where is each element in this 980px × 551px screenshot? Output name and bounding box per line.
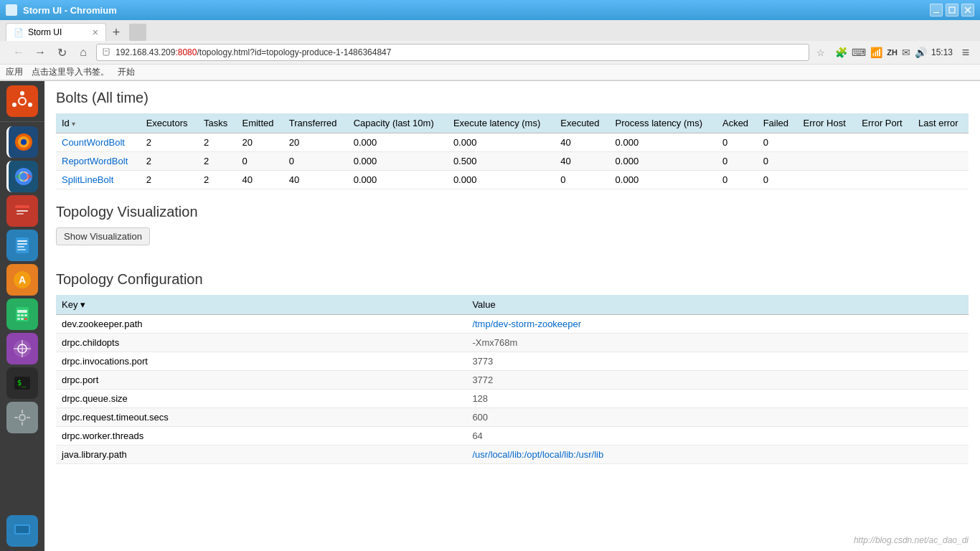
title-bar-text: Storm UI - Chromium: [23, 5, 117, 16]
active-tab[interactable]: 📄 Storm UI ×: [6, 23, 106, 41]
taskbar-network-icon[interactable]: [6, 333, 38, 364]
keyboard-icon[interactable]: ⌨: [852, 47, 866, 58]
taskbar-writer-icon[interactable]: [6, 230, 38, 261]
svg-rect-24: [17, 246, 24, 248]
list-item: drpc.request.timeout.secs 600: [56, 408, 969, 427]
taskbar-display-icon[interactable]: [6, 515, 38, 547]
show-visualization-btn[interactable]: Show Visualization: [56, 227, 150, 245]
svg-text:$_: $_: [17, 379, 27, 387]
bolts-col-id[interactable]: Id ▾: [56, 113, 141, 133]
bolts-col-failed: Failed: [758, 113, 798, 133]
bolt-id-cell: CountWordBolt: [56, 133, 141, 152]
bolt-tasks: 2: [198, 152, 237, 171]
config-sort-arrow: ▾: [80, 299, 85, 310]
content-area[interactable]: Bolts (All time) Id ▾ Executors Tasks Em…: [44, 81, 980, 551]
bolt-emitted: 40: [236, 171, 283, 189]
config-key: drpc.request.timeout.secs: [56, 408, 466, 427]
list-item: dev.zookeeper.path /tmp/dev-storm-zookee…: [56, 315, 969, 334]
new-tab-btn[interactable]: +: [108, 24, 125, 41]
svg-rect-23: [17, 243, 27, 245]
svg-rect-0: [933, 12, 939, 13]
bolt-id-link[interactable]: ReportWordBolt: [62, 156, 128, 166]
bolt-last-error: [913, 171, 969, 189]
close-btn[interactable]: [961, 4, 974, 17]
bolt-failed: 0: [758, 171, 798, 189]
bolt-failed: 0: [758, 133, 798, 152]
table-row: CountWordBolt 2 2 20 20 0.000 0.000 40 0…: [56, 133, 969, 152]
bolts-col-emitted: Emitted: [236, 113, 283, 133]
bolt-proc-latency: 0.000: [610, 152, 717, 171]
taskbar-ubuntu-icon[interactable]: [6, 85, 38, 117]
bolt-error-port: [856, 171, 913, 189]
maximize-btn[interactable]: [946, 4, 958, 17]
address-text: 192.168.43.209:8080/topology.html?id=top…: [116, 47, 391, 57]
svg-point-13: [21, 139, 27, 145]
bolt-tasks: 2: [198, 171, 237, 189]
taskbar-calc-icon[interactable]: [6, 298, 38, 330]
home-btn[interactable]: ⌂: [75, 44, 92, 61]
main-layout: A $: [0, 81, 980, 551]
svg-rect-50: [18, 537, 27, 538]
bolts-col-exec-latency: Execute latency (ms): [448, 113, 555, 133]
taskbar-firefox-icon[interactable]: [6, 126, 38, 158]
taskbar-appstore-icon[interactable]: A: [6, 264, 38, 296]
svg-point-8: [20, 91, 24, 95]
title-bar: Storm UI - Chromium: [0, 0, 980, 20]
extensions-icon[interactable]: 🧩: [835, 47, 847, 58]
back-btn[interactable]: ←: [10, 44, 27, 61]
config-col-key[interactable]: Key ▾: [56, 295, 466, 315]
list-item: drpc.worker.threads 64: [56, 427, 969, 446]
bolt-acked: 0: [717, 133, 758, 152]
svg-point-10: [12, 103, 17, 107]
taskbar-left: A $: [0, 81, 44, 551]
bolt-transferred: 0: [283, 152, 348, 171]
bolt-executed: 40: [555, 133, 609, 152]
zh-icon[interactable]: ZH: [887, 48, 897, 57]
config-value: 128: [466, 390, 969, 408]
taskbar-divider: [0, 121, 44, 122]
taskbar-terminal-icon[interactable]: $_: [6, 367, 38, 399]
config-table: Key ▾ Value dev.zookeeper.path /tmp/dev-…: [56, 295, 969, 464]
config-key: java.library.path: [56, 446, 466, 464]
watermark: http://blog.csdn.net/ac_dao_di: [854, 535, 969, 545]
forward-btn[interactable]: →: [32, 44, 49, 61]
config-value: /usr/local/lib:/opt/local/lib:/usr/lib: [466, 446, 969, 464]
config-col-value: Value: [466, 295, 969, 315]
bolt-id-link[interactable]: SplitLineBolt: [62, 174, 113, 185]
bolt-capacity: 0.000: [348, 171, 448, 189]
refresh-btn[interactable]: ↻: [53, 44, 70, 61]
config-value: 3772: [466, 371, 969, 390]
volume-icon[interactable]: 🔊: [915, 47, 927, 58]
config-value-link[interactable]: /usr/local/lib:/opt/local/lib:/usr/lib: [472, 449, 603, 460]
bookmark-import[interactable]: 点击这里导入书签。: [32, 66, 109, 78]
svg-rect-18: [15, 208, 29, 217]
tab-extra: [129, 24, 146, 41]
taskbar-files-icon[interactable]: [6, 195, 38, 227]
bolts-col-executed: Executed: [555, 113, 609, 133]
config-key: drpc.port: [56, 371, 466, 390]
app-icon: [6, 4, 17, 16]
bookmark-apps[interactable]: 应用: [6, 66, 23, 78]
window-controls[interactable]: [930, 4, 974, 17]
bookmark-start[interactable]: 开始: [118, 66, 135, 78]
bookmark-star-btn[interactable]: ☆: [814, 45, 828, 60]
config-key: drpc.childopts: [56, 334, 466, 352]
bolt-executed: 40: [555, 152, 609, 171]
config-value-link[interactable]: /tmp/dev-storm-zookeeper: [472, 319, 581, 329]
bolt-exec-latency: 0.500: [448, 152, 555, 171]
list-item: drpc.port 3772: [56, 371, 969, 390]
tab-close-btn[interactable]: ×: [93, 27, 98, 38]
taskbar-settings-icon[interactable]: [6, 402, 38, 433]
config-value: /tmp/dev-storm-zookeeper: [466, 315, 969, 334]
minimize-btn[interactable]: [930, 4, 943, 17]
clock: 15:13: [931, 47, 953, 57]
browser-menu-btn[interactable]: ≡: [957, 44, 974, 61]
bolt-executors: 2: [141, 152, 198, 171]
bolts-col-proc-latency: Process latency (ms): [610, 113, 717, 133]
table-row: ReportWordBolt 2 2 0 0 0.000 0.500 40 0.…: [56, 152, 969, 171]
bolt-tasks: 2: [198, 133, 237, 152]
address-bar[interactable]: 192.168.43.209:8080/topology.html?id=top…: [96, 44, 809, 61]
taskbar-chromium-icon[interactable]: [6, 161, 38, 192]
bolt-id-link[interactable]: CountWordBolt: [62, 137, 125, 148]
bolt-proc-latency: 0.000: [610, 133, 717, 152]
